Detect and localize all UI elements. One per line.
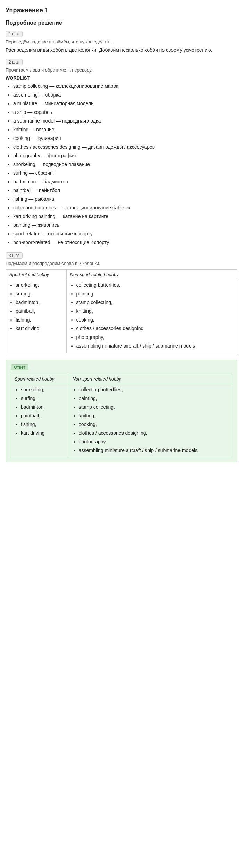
wordlist-item: a submarine model — подводная лодка	[13, 117, 237, 125]
step-3: 3 шаг Подумаем и распределим слова в 2 к…	[6, 252, 237, 353]
col2-cell: collecting butterflies,painting,stamp co…	[66, 279, 237, 353]
list-item: paintball,	[16, 308, 63, 315]
wordlist-item: cooking — кулинария	[13, 135, 237, 142]
section-title: Подробное решение	[6, 20, 237, 26]
list-item: snorkeling,	[16, 282, 63, 289]
list-item: paintball,	[21, 412, 65, 419]
answer-col2-cell: collecting butterflies,painting,stamp co…	[69, 384, 232, 458]
list-item: fishing,	[16, 316, 63, 324]
list-item: assembling miniature aircraft / ship / s…	[79, 447, 228, 454]
list-item: knitting,	[79, 412, 228, 419]
list-item: collecting butterflies,	[76, 282, 234, 289]
step-1-badge: 1 шаг	[6, 31, 23, 37]
col1-header: Sport-related hobby	[6, 270, 67, 279]
col2-list: collecting butterflies,painting,stamp co…	[70, 282, 234, 350]
exercise-title: Упражнение 1	[6, 7, 237, 14]
list-item: photography,	[76, 334, 234, 341]
answer-col2-header: Non-sport-related hobby	[69, 374, 232, 384]
wordlist-item: paintball — пейнтбол	[13, 187, 237, 194]
wordlist-item: stamp collecting — коллекционирование ма…	[13, 83, 237, 90]
list-item: kart driving	[21, 429, 65, 437]
wordlist: WORDLIST stamp collecting — коллекционир…	[6, 75, 237, 246]
list-item: cooking,	[76, 316, 234, 324]
list-item: fishing,	[21, 421, 65, 428]
list-item: painting,	[79, 395, 228, 402]
wordlist-list: stamp collecting — коллекционирование ма…	[6, 83, 237, 246]
wordlist-item: fishing — рыбалка	[13, 195, 237, 203]
list-item: assembling miniature aircraft / ship / s…	[76, 342, 234, 350]
wordlist-item: badminton — бадминтон	[13, 178, 237, 185]
answer-section: Ответ Sport-related hobby Non-sport-rela…	[6, 360, 237, 462]
answer-badge: Ответ	[11, 364, 28, 370]
wordlist-item: kart driving painting — катание на карти…	[13, 213, 237, 220]
wordlist-item: snorkeling — подводное плавание	[13, 161, 237, 168]
step-1-content: Распределим виды хобби в две колонки. До…	[6, 47, 237, 53]
answer-col1-cell: snorkeling,surfing,badminton,paintball,f…	[11, 384, 69, 458]
answer-col1-list: snorkeling,surfing,badminton,paintball,f…	[15, 386, 65, 437]
wordlist-item: a miniature — миниатюрная модель	[13, 100, 237, 107]
col2-header: Non-sport-related hobby	[66, 270, 237, 279]
answer-table: Sport-related hobby Non-sport-related ho…	[11, 374, 232, 458]
list-item: cooking,	[79, 421, 228, 428]
col1-list: snorkeling,surfing,badminton,paintball,f…	[9, 282, 63, 332]
list-item: snorkeling,	[21, 386, 65, 393]
step-3-badge: 3 шаг	[6, 252, 23, 259]
wordlist-item: a ship — корабль	[13, 109, 237, 116]
list-item: clothes / accessories designing,	[76, 325, 234, 332]
list-item: surfing,	[21, 395, 65, 402]
col1-cell: snorkeling,surfing,badminton,paintball,f…	[6, 279, 67, 353]
step-3-table: Sport-related hobby Non-sport-related ho…	[6, 269, 237, 353]
wordlist-item: painting — живопись	[13, 222, 237, 229]
answer-col2-list: collecting butterflies,painting,stamp co…	[73, 386, 228, 454]
answer-col1-header: Sport-related hobby	[11, 374, 69, 384]
wordlist-item: collecting butterflies — коллекционирова…	[13, 204, 237, 211]
list-item: surfing,	[16, 290, 63, 298]
list-item: collecting butterflies,	[79, 386, 228, 393]
step-3-desc: Подумаем и распределим слова в 2 колонки…	[6, 261, 237, 266]
wordlist-item: assembling — сборка	[13, 91, 237, 99]
wordlist-item: photography — фотография	[13, 152, 237, 159]
wordlist-item: clothes / accessories designing — дизайн…	[13, 143, 237, 151]
list-item: knitting,	[76, 308, 234, 315]
wordlist-item: surfing — сёрфинг	[13, 169, 237, 177]
step-1-desc: Переведём задание и поймём, что нужно сд…	[6, 39, 237, 44]
wordlist-item: non-sport-related — не относящие к спорт…	[13, 239, 237, 246]
step-2-desc: Прочитаем лова и обратимся к переводу.	[6, 67, 237, 73]
step-1: 1 шаг Переведём задание и поймём, что ну…	[6, 31, 237, 53]
list-item: kart driving	[16, 325, 63, 332]
wordlist-item: sport-related — относящие к спорту	[13, 230, 237, 237]
step-2: 2 шаг Прочитаем лова и обратимся к перев…	[6, 59, 237, 246]
wordlist-item: knitting — вязание	[13, 126, 237, 133]
list-item: stamp collecting,	[79, 403, 228, 411]
list-item: badminton,	[16, 299, 63, 306]
wordlist-label: WORDLIST	[6, 75, 237, 81]
list-item: stamp collecting,	[76, 299, 234, 306]
step-2-badge: 2 шаг	[6, 59, 23, 65]
list-item: painting,	[76, 290, 234, 298]
list-item: clothes / accessories designing,	[79, 429, 228, 437]
list-item: photography,	[79, 438, 228, 445]
list-item: badminton,	[21, 403, 65, 411]
